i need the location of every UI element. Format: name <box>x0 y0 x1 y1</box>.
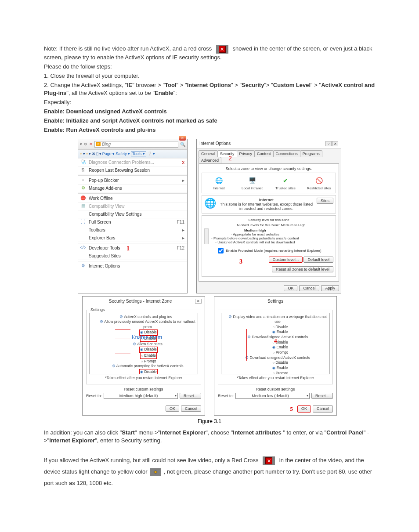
cancel-button[interactable]: Cancel <box>299 285 319 291</box>
last-paragraph: If you allowed the ActiveX running, but … <box>44 455 375 489</box>
iopt-title-text: Internet Options <box>199 141 231 146</box>
reset-custom-label: Reset custom settings <box>86 387 201 391</box>
reset-custom-label: Reset custom settings <box>218 387 333 391</box>
callout-2: 2 <box>228 155 232 162</box>
menu-explorerbars[interactable]: Explorer Bars▸ <box>78 234 187 242</box>
apply-button[interactable]: Apply <box>321 285 339 291</box>
settings-tree[interactable]: ActiveX controls and plug-ins Allow prev… <box>89 313 198 374</box>
reset-all-button[interactable]: Reset all zones to default level <box>272 266 333 272</box>
enable-them-label: Enable them <box>131 333 162 342</box>
figure-caption: Figure 3.1 <box>44 418 375 424</box>
menu-compatview[interactable]: ▤Compatibility View <box>78 203 187 210</box>
compat-icon: ▤ <box>80 203 86 209</box>
ok-button[interactable]: OK <box>297 405 311 413</box>
red-cross-icon <box>216 45 228 54</box>
callout-3: 3 <box>239 258 242 265</box>
zone-internet[interactable]: 🌐Internet <box>206 176 232 190</box>
iopt-icon: ⚙ <box>80 263 86 269</box>
cancel-button[interactable]: Cancel <box>181 405 201 412</box>
reset-level-select[interactable]: Medium-high (default) <box>104 393 178 399</box>
step-1: 1. Close the firewall of your computer. <box>44 72 375 80</box>
select-zone-label: Select a zone to view or change security… <box>202 166 336 171</box>
bold-line-3: Enable: Run ActiveX controls and plu-ins <box>44 126 375 134</box>
ie-toolbar: ⌂▾ ▫▾ ✉ ⌷▾ Page ▾ Safety ▾ Tools ▾ ❔ ▾ <box>78 149 187 158</box>
callout-5: 5 <box>290 405 293 413</box>
addendum-paragraph: In addition: you can also click "Start" … <box>44 429 375 445</box>
reset-button[interactable]: Reset... <box>180 393 201 399</box>
protected-mode-checkbox[interactable] <box>218 248 224 253</box>
diagnose-icon: 🩺 <box>80 159 86 165</box>
callout-1: 1 <box>126 245 130 252</box>
callout-4: 4 <box>274 337 277 345</box>
note-paragraph: Note: If there is still no live video af… <box>44 45 375 62</box>
menu-toolbars[interactable]: Toolbars▸ <box>78 226 187 234</box>
ok-button[interactable]: OK <box>166 405 179 412</box>
fullscreen-icon: ⛶ <box>80 219 86 225</box>
menu-reopen[interactable]: ⎘Reopen Last Browsing Session <box>78 166 187 174</box>
ie-search-input[interactable]: b Bing <box>94 141 178 148</box>
tab-security[interactable]: Security <box>217 150 237 157</box>
default-level-button[interactable]: Default level <box>303 257 333 263</box>
bold-line-2: Enable: Initialize and script ActiveX co… <box>44 117 375 125</box>
security-settings-right: Settings Display video and animation on … <box>214 296 337 416</box>
ie-tools-menu-panel: ▾ ↻ ✕ b Bing 🔍 ✕ ⌂▾ ▫▾ ✉ ⌷▾ Page ▾ Safet… <box>78 139 188 293</box>
tab-content[interactable]: Content <box>254 150 274 157</box>
reopen-icon: ⎘ <box>80 167 86 173</box>
sites-button[interactable]: Sites <box>317 198 333 204</box>
ok-button[interactable]: OK <box>284 285 297 291</box>
tab-privacy[interactable]: Privacy <box>237 150 255 157</box>
menu-offline[interactable]: ⛔Work Offline <box>78 195 187 203</box>
tab-advanced[interactable]: Advanced <box>199 157 221 163</box>
bold-line-1: Enable: Download unsigned ActiveX contro… <box>44 108 375 116</box>
menu-compatset[interactable]: Compatibility View Settings <box>78 210 187 218</box>
menu-diagnose[interactable]: 🩺Diagnose Connection Problems...x <box>78 159 187 166</box>
iopt-tabs: General Security Privacy Content Connect… <box>197 148 341 163</box>
menu-suggested[interactable]: Suggested Sites <box>78 252 187 260</box>
security-settings-left: Security Settings - Internet Zone✕ Setti… <box>82 296 205 416</box>
home-icon[interactable]: ⌂ <box>80 152 82 156</box>
menu-internet-options[interactable]: ⚙Internet Options <box>78 262 187 270</box>
globe-icon: 🌐 <box>204 198 216 211</box>
zone-local[interactable]: 🖥️Local intranet <box>239 176 265 190</box>
custom-level-button[interactable]: Custom level... <box>269 257 303 263</box>
tab-general[interactable]: General <box>199 150 218 157</box>
menu-popup[interactable]: ▫Pop-up Blocker▸ <box>78 177 187 185</box>
tab-connections[interactable]: Connections <box>273 150 300 157</box>
settings-tree-right[interactable]: Display video and animation on a webpage… <box>221 313 330 374</box>
devtools-icon: </> <box>80 245 86 251</box>
mail-icon[interactable]: ✉ <box>92 152 95 156</box>
tab-programs[interactable]: Programs <box>300 150 322 157</box>
red-cross-icon <box>263 456 275 465</box>
print-icon[interactable]: ⌷ <box>96 152 98 156</box>
help-icon[interactable]: ? <box>325 141 332 146</box>
bing-icon: b <box>96 142 101 146</box>
yellow-status-icon <box>150 468 161 476</box>
offline-icon: ⛔ <box>80 195 86 201</box>
cancel-button[interactable]: Cancel <box>313 405 333 413</box>
internet-options-dialog: Internet Options ?✕ General Security Pri… <box>196 139 341 293</box>
feeds-icon[interactable]: ▫ <box>86 152 87 156</box>
close-icon[interactable]: ✕ <box>332 141 338 146</box>
menu-fullscreen[interactable]: ⛶Full ScreenF11 <box>78 218 187 226</box>
menu-devtools[interactable]: </>Developer ToolsF12 1 <box>78 244 187 252</box>
zone-trusted[interactable]: ✔Trusted sites <box>272 176 299 190</box>
zone-restricted[interactable]: 🚫Restricted sites <box>306 176 332 190</box>
especially: Especially: <box>44 98 375 107</box>
popup-icon: ▫ <box>80 177 86 183</box>
please-do: Please do the follow steps: <box>44 63 375 71</box>
menu-addons[interactable]: ⚙Manage Add-ons <box>78 185 187 192</box>
reset-button[interactable]: Reset... <box>311 393 333 399</box>
close-icon[interactable]: ✕ <box>195 299 202 304</box>
addons-icon: ⚙ <box>80 185 86 191</box>
step-2: 2. Change the ActiveX settings, "IE" bro… <box>44 81 375 98</box>
reset-level-select[interactable]: Medium-low (default) <box>235 393 310 399</box>
